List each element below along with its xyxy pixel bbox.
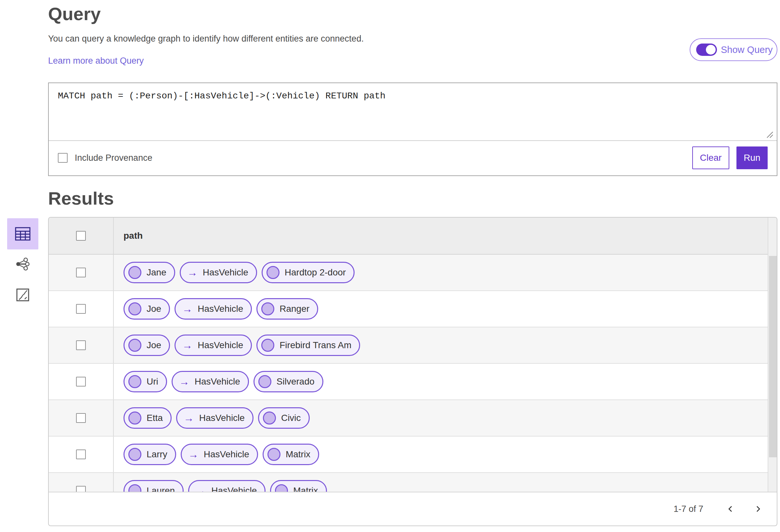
chevron-left-icon <box>727 505 734 513</box>
relationship-pill[interactable]: → HasVehicle <box>172 371 249 392</box>
table-row: Jane → HasVehicle Hardtop 2-door <box>49 255 777 291</box>
show-query-toggle[interactable]: Show Query <box>690 38 777 61</box>
relationship-pill[interactable]: → HasVehicle <box>175 334 252 356</box>
entity-label: Ranger <box>280 304 309 314</box>
entity-label: Hardtop 2-door <box>285 267 346 278</box>
arrow-right-icon: → <box>182 304 192 314</box>
entity-pill-source[interactable]: Etta <box>124 407 172 429</box>
query-footer: Include Provenance Clear Run <box>49 141 777 175</box>
entity-label: Matrix <box>286 449 310 460</box>
entity-node-icon <box>261 302 274 315</box>
learn-more-link[interactable]: Learn more about Query <box>48 56 144 66</box>
entity-label: Silverado <box>277 376 314 387</box>
row-checkbox-cell <box>49 291 114 327</box>
relationship-label: HasVehicle <box>198 304 243 314</box>
relationship-label: HasVehicle <box>203 267 248 278</box>
entity-label: Firebird Trans Am <box>280 340 351 351</box>
arrow-right-icon: → <box>179 376 190 387</box>
map-icon <box>16 288 30 302</box>
entity-node-icon <box>261 339 274 352</box>
entity-node-icon <box>266 266 280 279</box>
show-query-label: Show Query <box>721 45 773 55</box>
row-checkbox[interactable] <box>76 268 86 277</box>
graph-icon <box>15 257 30 271</box>
results-title: Results <box>48 188 114 209</box>
relationship-pill[interactable]: → HasVehicle <box>181 444 258 465</box>
scrollbar-track[interactable] <box>768 218 777 526</box>
path-cell: Etta → HasVehicle Civic <box>114 400 777 436</box>
table-body: Jane → HasVehicle Hardtop 2-door Joe → H… <box>49 255 777 509</box>
entity-node-icon <box>263 412 276 425</box>
entity-pill-target[interactable]: Matrix <box>262 444 319 465</box>
row-checkbox[interactable] <box>76 340 86 350</box>
entity-pill-source[interactable]: Larry <box>124 444 176 465</box>
entity-pill-target[interactable]: Civic <box>258 407 310 429</box>
entity-node-icon <box>128 375 141 388</box>
table-row: Etta → HasVehicle Civic <box>49 400 777 436</box>
path-cell: Larry → HasVehicle Matrix <box>114 436 777 472</box>
entity-node-icon <box>258 375 272 388</box>
entity-node-icon <box>128 448 141 461</box>
row-checkbox-cell <box>49 436 114 472</box>
query-editor <box>49 83 777 141</box>
next-page-button[interactable] <box>751 502 765 516</box>
relationship-label: HasVehicle <box>204 449 249 460</box>
relationship-pill[interactable]: → HasVehicle <box>175 298 252 320</box>
path-cell: Uri → HasVehicle Silverado <box>114 364 777 400</box>
table-row: Uri → HasVehicle Silverado <box>49 364 777 400</box>
entity-pill-source[interactable]: Jane <box>124 262 175 283</box>
path-cell: Joe → HasVehicle Ranger <box>114 291 777 327</box>
relationship-label: HasVehicle <box>198 340 243 351</box>
relationship-pill[interactable]: → HasVehicle <box>176 407 253 429</box>
arrow-right-icon: → <box>182 340 192 351</box>
row-checkbox-cell <box>49 327 114 363</box>
row-checkbox[interactable] <box>76 413 86 423</box>
row-checkbox[interactable] <box>76 449 86 459</box>
table-row: Joe → HasVehicle Ranger <box>49 291 777 327</box>
clear-button[interactable]: Clear <box>692 147 729 169</box>
table-row: Larry → HasVehicle Matrix <box>49 436 777 473</box>
entity-label: Joe <box>147 340 161 351</box>
relationship-label: HasVehicle <box>195 376 240 387</box>
view-switcher-map[interactable] <box>15 288 30 302</box>
entity-node-icon <box>128 412 141 425</box>
entity-pill-source[interactable]: Joe <box>124 298 170 320</box>
results-table: path Jane → HasVehicle Hardtop 2-door <box>48 217 777 526</box>
entity-pill-source[interactable]: Uri <box>124 371 167 392</box>
include-provenance-checkbox[interactable] <box>58 153 67 163</box>
arrow-right-icon: → <box>187 267 198 278</box>
entity-pill-target[interactable]: Silverado <box>253 371 323 392</box>
run-button[interactable]: Run <box>736 147 768 169</box>
view-switcher-table[interactable] <box>7 218 38 250</box>
table-header-row: path <box>49 218 777 255</box>
column-header-path: path <box>124 230 143 241</box>
path-cell: Jane → HasVehicle Hardtop 2-door <box>114 255 777 290</box>
entity-label: Civic <box>281 413 301 423</box>
row-checkbox-cell <box>49 364 114 400</box>
relationship-pill[interactable]: → HasVehicle <box>180 262 257 283</box>
table-icon <box>15 227 31 241</box>
entity-label: Jane <box>147 267 166 278</box>
previous-page-button[interactable] <box>724 502 738 516</box>
entity-pill-target[interactable]: Firebird Trans Am <box>256 334 360 356</box>
row-checkbox[interactable] <box>76 377 86 386</box>
entity-label: Larry <box>147 449 167 460</box>
toggle-knob-icon <box>706 45 716 55</box>
query-input[interactable] <box>49 83 777 140</box>
row-checkbox-cell <box>49 255 114 290</box>
entity-label: Etta <box>147 413 163 423</box>
scrollbar-thumb[interactable] <box>769 256 777 457</box>
table-row: Joe → HasVehicle Firebird Trans Am <box>49 327 777 364</box>
entity-node-icon <box>128 302 141 315</box>
arrow-right-icon: → <box>188 449 199 460</box>
entity-node-icon <box>267 448 281 461</box>
pagination-bar: 1-7 of 7 <box>49 492 777 526</box>
row-checkbox[interactable] <box>76 304 86 314</box>
select-all-checkbox[interactable] <box>76 231 86 241</box>
entity-pill-target[interactable]: Ranger <box>256 298 318 320</box>
entity-pill-target[interactable]: Hardtop 2-door <box>262 262 354 283</box>
resize-handle-icon[interactable] <box>765 130 774 138</box>
view-switcher-graph[interactable] <box>15 256 31 272</box>
arrow-right-icon: → <box>184 413 194 423</box>
entity-pill-source[interactable]: Joe <box>124 334 170 356</box>
